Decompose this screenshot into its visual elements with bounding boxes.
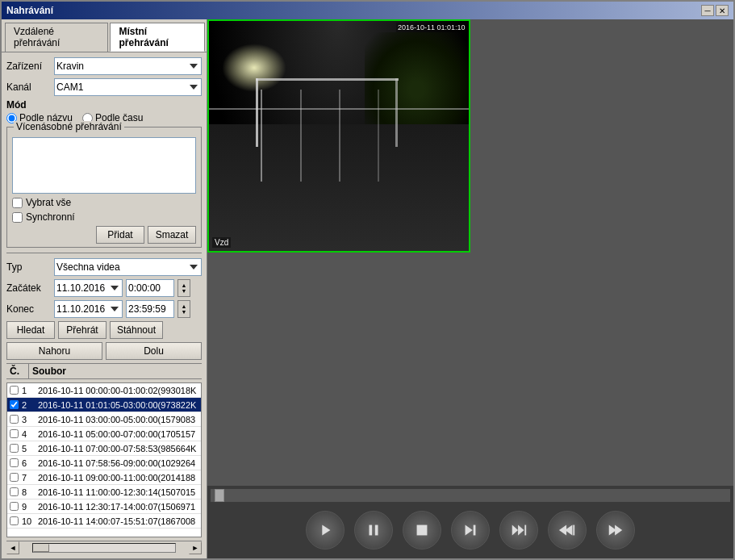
stop-ctrl-button[interactable]: [403, 511, 441, 550]
table-row[interactable]: 1 2016-10-11 00:00:00-01:00:02(993018K: [7, 383, 201, 398]
end-date-select[interactable]: 11.10.2016: [54, 300, 123, 318]
start-date-select[interactable]: 11.10.2016: [54, 279, 123, 297]
down-button[interactable]: Dolu: [106, 342, 202, 360]
channel-row: Kanál CAM1: [6, 78, 202, 96]
svg-marker-10: [559, 525, 566, 536]
table-row[interactable]: 8 2016-10-11 11:00:00-12:30:14(1507015: [7, 485, 201, 499]
end-label: Konec: [6, 303, 51, 315]
multi-playback-list[interactable]: [12, 137, 196, 194]
pause-icon: [365, 521, 382, 539]
video-cell-1[interactable]: 2016-10-11 01:01:10 Vzd: [207, 19, 470, 253]
title-bar-controls: ─ ✕: [701, 5, 729, 16]
row-file: 2016-10-11 05:00:00-07:00:00(1705157: [36, 429, 201, 439]
row-checkbox[interactable]: [10, 415, 19, 424]
select-all-label: Vybrat vše: [26, 197, 71, 208]
search-button[interactable]: Hledat: [6, 321, 55, 339]
row-checkbox[interactable]: [10, 429, 19, 438]
row-checkbox[interactable]: [10, 444, 19, 453]
stop-icon: [413, 521, 431, 539]
progress-thumb[interactable]: [215, 489, 224, 502]
start-label: Začátek: [6, 282, 51, 294]
table-row[interactable]: 4 2016-10-11 05:00:00-07:00:00(1705157: [7, 427, 201, 441]
row-num: 6: [20, 458, 36, 468]
table-row[interactable]: 9 2016-10-11 12:30:17-14:00:07(1506971: [7, 499, 201, 514]
gate-left: [256, 78, 258, 147]
frame-forward-button[interactable]: [451, 511, 490, 550]
play-ctrl-button[interactable]: [306, 511, 345, 550]
video-cell-2[interactable]: [471, 19, 734, 253]
synchronize-checkbox[interactable]: [12, 212, 23, 223]
scroll-left-button[interactable]: ◄: [6, 541, 19, 554]
close-button[interactable]: ✕: [716, 5, 729, 16]
tab-local[interactable]: Místní přehrávání: [110, 23, 205, 52]
video-cell-3[interactable]: [207, 253, 470, 487]
row-checkbox-cell: [7, 386, 20, 395]
row-num: 10: [20, 516, 36, 526]
up-button[interactable]: Nahoru: [6, 342, 102, 360]
row-file: 2016-10-11 09:00:00-11:00:00(2014188: [36, 473, 201, 483]
last-button[interactable]: [596, 511, 635, 550]
rewind-icon: [558, 521, 576, 539]
fast-forward-button[interactable]: [499, 511, 538, 550]
mode-label: Mód: [6, 99, 202, 111]
row-num: 9: [20, 502, 36, 512]
row-checkbox[interactable]: [10, 516, 19, 525]
scroll-thumb[interactable]: [33, 544, 49, 552]
svg-marker-6: [512, 525, 518, 536]
end-time-input[interactable]: [126, 300, 174, 318]
start-time-input[interactable]: [126, 279, 174, 297]
pause-ctrl-button[interactable]: [354, 511, 393, 550]
table-row[interactable]: 3 2016-10-11 03:00:00-05:00:00(1579083: [7, 412, 201, 427]
file-table[interactable]: 1 2016-10-11 00:00:00-01:00:02(993018K 2…: [6, 382, 202, 537]
table-row[interactable]: 6 2016-10-11 07:58:56-09:00:00(1029264: [7, 456, 201, 470]
select-all-checkbox[interactable]: [12, 198, 23, 208]
type-row: Typ Všechna videa: [6, 258, 202, 276]
fast-forward-icon: [510, 521, 528, 539]
scroll-right-button[interactable]: ►: [189, 541, 202, 554]
tab-remote[interactable]: Vzdálené přehrávání: [5, 23, 108, 52]
add-button[interactable]: Přidat: [96, 226, 144, 244]
end-time-spinner[interactable]: ▲ ▼: [177, 300, 190, 318]
channel-select[interactable]: CAM1: [54, 78, 202, 96]
light-spot: [222, 44, 286, 92]
horizontal-scrollbar[interactable]: ◄ ►: [6, 541, 202, 554]
device-label: Zařízení: [6, 61, 51, 72]
end-date-row: Konec 11.10.2016 ▲ ▼: [6, 300, 202, 318]
svg-marker-7: [518, 525, 524, 536]
device-select[interactable]: Kravin: [54, 57, 202, 75]
svg-marker-0: [322, 525, 330, 536]
row-num: 7: [20, 473, 36, 483]
progress-bar[interactable]: [211, 489, 730, 502]
row-num: 2: [20, 400, 36, 410]
row-checkbox[interactable]: [10, 473, 19, 482]
row-file: 2016-10-11 11:00:00-12:30:14(1507015: [36, 487, 201, 497]
table-header: Č. Soubor: [6, 363, 202, 379]
minimize-button[interactable]: ─: [701, 5, 714, 16]
row-checkbox[interactable]: [10, 458, 19, 467]
start-time-spinner[interactable]: ▲ ▼: [177, 279, 190, 297]
controls-bar: [207, 486, 733, 558]
table-row[interactable]: 5 2016-10-11 07:00:00-07:58:53(985664K: [7, 441, 201, 456]
scroll-track[interactable]: [32, 543, 176, 553]
table-row[interactable]: 2 2016-10-11 01:01:05-03:00:00(973822K: [7, 398, 201, 412]
main-window: Nahrávání ─ ✕ Vzdálené přehrávání Místní…: [0, 0, 735, 560]
row-checkbox-cell: [7, 502, 20, 511]
type-select[interactable]: Všechna videa: [54, 258, 202, 276]
gate-top: [256, 78, 399, 81]
table-row[interactable]: 7 2016-10-11 09:00:00-11:00:00(2014188: [7, 470, 201, 485]
row-checkbox-cell: [7, 487, 20, 496]
controls-buttons: [207, 502, 733, 558]
delete-button[interactable]: Smazat: [148, 226, 196, 244]
video-cell-4[interactable]: [471, 253, 734, 487]
rewind-button[interactable]: [548, 511, 587, 550]
row-checkbox[interactable]: [10, 487, 19, 496]
table-row[interactable]: 10 2016-10-11 14:00:07-15:51:07(1867008: [7, 514, 201, 529]
row-checkbox[interactable]: [10, 502, 19, 511]
row-checkbox[interactable]: [10, 400, 19, 409]
download-button[interactable]: Stáhnout: [110, 321, 163, 339]
svg-marker-4: [466, 525, 473, 536]
multi-playback-group: Vícenásobné přehrávání Vybrat vše Synchr…: [6, 127, 202, 248]
start-date-row: Začátek 11.10.2016 ▲ ▼: [6, 279, 202, 297]
play-button[interactable]: Přehrát: [58, 321, 106, 339]
row-checkbox[interactable]: [10, 386, 19, 395]
